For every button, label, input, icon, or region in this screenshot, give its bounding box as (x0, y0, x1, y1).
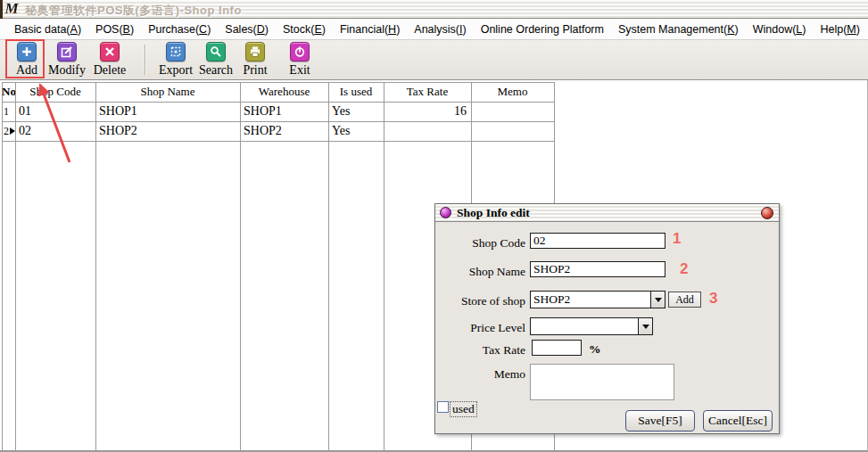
tax-rate-label: Tax Rate (435, 343, 525, 357)
menu-financial[interactable]: Financial(H) (333, 21, 407, 38)
app-logo-icon: M (4, 0, 20, 18)
menu-pos[interactable]: POS(B) (88, 21, 141, 38)
column-header-shop-code[interactable]: Shop Code (15, 82, 95, 102)
used-checkbox-label[interactable]: used (450, 401, 477, 417)
dialog-app-icon (440, 207, 451, 218)
power-icon (290, 42, 310, 62)
dialog-title-bar: Shop Info edit (435, 204, 779, 222)
column-header-warehouse[interactable]: Warehouse (240, 82, 328, 102)
cell-is-used: Yes (328, 121, 384, 141)
store-add-button[interactable]: Add (668, 292, 701, 308)
menu-bar: Basic data(A) POS(B) Purchase(C) Sales(D… (0, 19, 868, 40)
window-edge (0, 0, 3, 19)
shop-info-edit-dialog: Shop Info edit Shop Code 1 Shop Name 2 S… (434, 203, 780, 434)
chevron-down-icon[interactable] (638, 318, 652, 334)
modify-button[interactable]: Modify (46, 42, 87, 78)
used-checkbox[interactable] (437, 401, 449, 413)
annotation-step-3: 3 (709, 290, 717, 308)
column-header-memo[interactable]: Memo (471, 82, 554, 102)
delete-button[interactable]: Delete (89, 42, 130, 78)
row-number: 1 (4, 102, 15, 121)
add-button[interactable]: Add (7, 42, 46, 78)
annotation-step-1: 1 (673, 230, 681, 248)
memo-textarea[interactable] (530, 364, 674, 400)
memo-label: Memo (435, 367, 525, 382)
annotation-step-2: 2 (680, 260, 688, 278)
magnifier-icon (206, 42, 226, 62)
grid-line (2, 141, 555, 142)
store-of-shop-label: Store of shop (435, 294, 525, 308)
price-level-value (531, 318, 638, 334)
cancel-button[interactable]: Cancel[Esc] (703, 410, 773, 431)
toolbar: Add Modify Delete Export Search (0, 40, 868, 80)
save-button[interactable]: Save[F5] (625, 410, 695, 431)
price-level-label: Price Level (435, 321, 525, 335)
cell-tax-rate: 16 (384, 102, 471, 121)
menu-help[interactable]: Help(M) (813, 21, 866, 38)
main-window: M 秘奥管理软件POS版(多语言)-Shop Info Basic data(A… (0, 0, 868, 452)
export-icon (166, 42, 186, 62)
menu-window[interactable]: Window(L) (746, 21, 814, 38)
shop-name-input[interactable] (530, 261, 665, 277)
export-button[interactable]: Export (154, 42, 197, 78)
search-button[interactable]: Search (195, 42, 236, 78)
cell-warehouse: SHOP2 (240, 121, 328, 141)
menu-analysis[interactable]: Analysis(I) (407, 21, 473, 38)
column-header-tax-rate[interactable]: Tax Rate (384, 82, 471, 102)
cell-tax-rate (384, 121, 471, 141)
column-header-no[interactable]: No. (2, 82, 15, 102)
exit-button[interactable]: Exit (284, 42, 316, 78)
toolbar-separator (145, 45, 145, 75)
menu-online-ordering[interactable]: Online Ordering Platform (474, 21, 611, 38)
menu-purchase[interactable]: Purchase(C) (141, 21, 218, 38)
window-title: 秘奥管理软件POS版(多语言)-Shop Info (25, 3, 242, 19)
percent-unit-label: % (589, 342, 601, 357)
menu-stock[interactable]: Stock(E) (276, 21, 333, 38)
plus-icon (17, 42, 37, 62)
printer-icon (245, 42, 265, 62)
cell-is-used: Yes (328, 102, 384, 121)
dialog-title: Shop Info edit (457, 206, 530, 220)
cell-shop-name: SHOP1 (95, 102, 240, 121)
store-of-shop-combobox[interactable]: SHOP2 (530, 291, 665, 308)
shop-name-label: Shop Name (435, 265, 525, 279)
cell-shop-name: SHOP2 (95, 121, 240, 141)
menu-system-management[interactable]: System Management(K) (611, 21, 746, 38)
tax-rate-input[interactable] (532, 340, 582, 356)
cell-shop-code: 02 (15, 121, 95, 141)
grid-line (2, 82, 3, 450)
print-button[interactable]: Print (237, 42, 273, 78)
x-icon (100, 42, 120, 62)
cell-memo (471, 102, 554, 121)
shop-code-label: Shop Code (435, 236, 525, 251)
store-of-shop-value: SHOP2 (531, 292, 650, 308)
menu-sales[interactable]: Sales(D) (218, 21, 276, 38)
menu-basic-data[interactable]: Basic data(A) (7, 21, 88, 38)
column-header-shop-name[interactable]: Shop Name (95, 82, 240, 102)
title-bar: M 秘奥管理软件POS版(多语言)-Shop Info (0, 0, 868, 19)
cell-shop-code: 01 (15, 102, 95, 121)
close-icon[interactable] (761, 207, 773, 219)
shop-code-input[interactable] (530, 233, 665, 249)
cell-warehouse: SHOP1 (240, 102, 328, 121)
pencil-icon (57, 42, 77, 62)
chevron-down-icon[interactable] (650, 292, 665, 308)
column-header-is-used[interactable]: Is used (328, 82, 384, 102)
cell-memo (471, 121, 554, 141)
price-level-combobox[interactable] (530, 317, 653, 335)
